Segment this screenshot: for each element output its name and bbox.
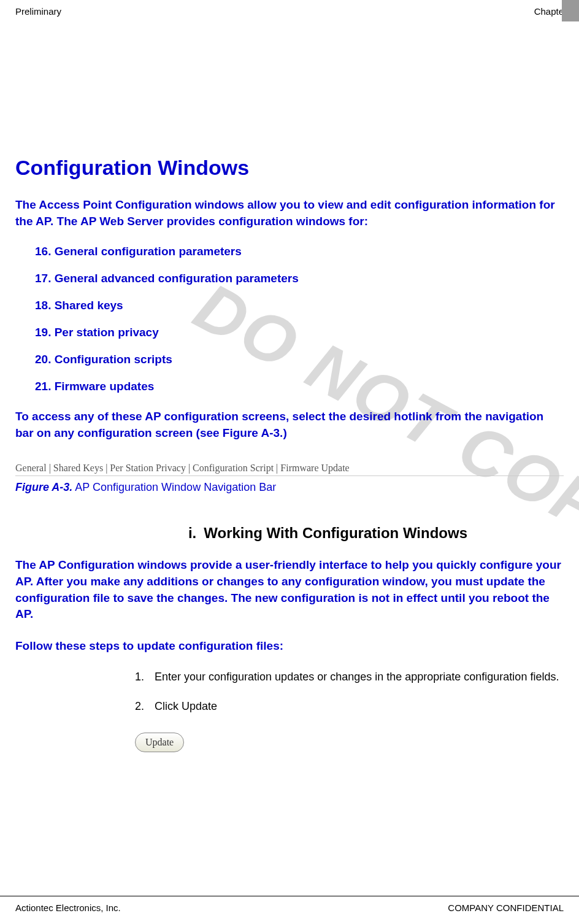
sub-heading-text: Working With Configuration Windows	[204, 525, 467, 541]
figure-label: Figure A-3.	[15, 481, 72, 493]
step-item: 1. Enter your configuration updates or c…	[135, 669, 564, 685]
step-num: 2.	[135, 699, 155, 714]
intro-text: The Access Point Configuration windows a…	[15, 197, 564, 229]
header-left: Preliminary	[15, 6, 61, 17]
list-item: 17. General advanced configuration param…	[35, 272, 564, 285]
list-item: 21. Firmware updates	[35, 380, 564, 393]
footer-right: COMPANY CONFIDENTIAL	[448, 903, 564, 913]
step-item: 2. Click Update	[135, 699, 564, 714]
update-button[interactable]: Update	[135, 733, 184, 752]
step-text: Click Update	[155, 699, 564, 714]
step-text: Enter your configuration updates or chan…	[155, 669, 564, 685]
sub-heading-num: i.	[188, 525, 196, 541]
numbered-list: 16. General configuration parameters 17.…	[35, 245, 564, 393]
steps-list: 1. Enter your configuration updates or c…	[135, 669, 564, 714]
footer-left: Actiontec Electronics, Inc.	[15, 903, 121, 913]
list-item: 18. Shared keys	[35, 299, 564, 312]
list-item: 16. General configuration parameters	[35, 245, 564, 258]
list-item: 20. Configuration scripts	[35, 353, 564, 366]
follow-text: Follow these steps to update configurati…	[15, 638, 564, 655]
step-num: 1.	[135, 669, 155, 685]
figure-text: AP Configuration Window Navigation Bar	[72, 481, 276, 493]
page-footer: Actiontec Electronics, Inc. COMPANY CONF…	[0, 896, 579, 913]
side-tab	[562, 0, 579, 21]
access-text: To access any of these AP configuration …	[15, 409, 564, 441]
main-heading: Configuration Windows	[15, 156, 564, 180]
figure-caption: Figure A-3. AP Configuration Window Navi…	[15, 481, 564, 494]
sub-heading: i.Working With Configuration Windows	[92, 525, 564, 542]
body-text: The AP Configuration windows provide a u…	[15, 557, 564, 622]
page-header: Preliminary Chapter	[0, 0, 579, 23]
nav-bar-figure: General | Shared Keys | Per Station Priv…	[15, 463, 564, 476]
list-item: 19. Per station privacy	[35, 326, 564, 339]
